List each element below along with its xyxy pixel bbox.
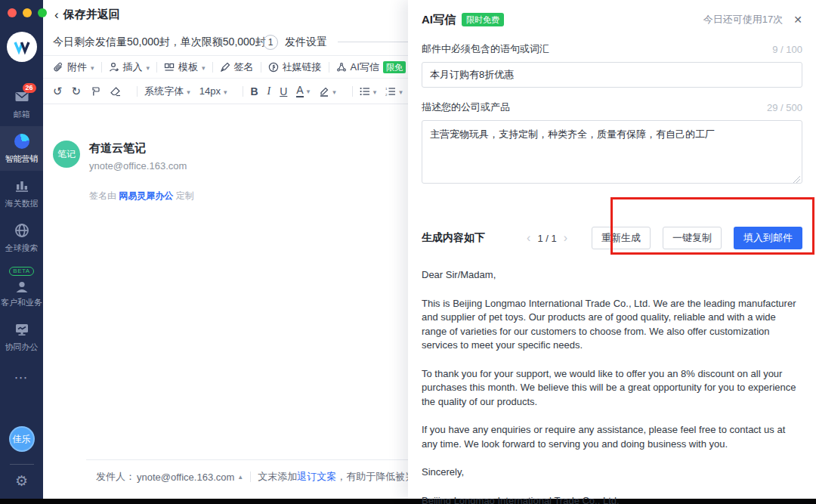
result-pager: ‹ 1 / 1 › bbox=[527, 232, 567, 244]
chevron-down-icon: ▾ bbox=[332, 88, 336, 96]
brand-logo-icon bbox=[13, 38, 31, 56]
underline-button[interactable]: U bbox=[280, 85, 287, 97]
regenerate-button[interactable]: 重新生成 bbox=[592, 227, 651, 249]
zoom-window-button[interactable] bbox=[38, 8, 47, 17]
toolbar-separator bbox=[329, 62, 329, 73]
font-color-icon: A bbox=[296, 85, 303, 97]
generated-paragraph: If you have any enquiries or require any… bbox=[422, 423, 802, 451]
required-phrases-input[interactable] bbox=[422, 62, 802, 88]
format-painter-icon bbox=[90, 86, 100, 97]
footer-separator bbox=[250, 472, 251, 482]
person-plus-icon bbox=[109, 62, 119, 73]
numbered-list-icon: 12 bbox=[385, 87, 396, 96]
save-and-return-button[interactable]: 保存并返回 bbox=[63, 8, 120, 22]
limited-free-badge: 限免 bbox=[383, 61, 406, 73]
signature-button[interactable]: 签名 bbox=[220, 60, 254, 74]
company-description-textarea[interactable]: 主营宠物玩具，支持定制，种类齐全，质量有保障，有自己的工厂 bbox=[422, 120, 802, 184]
sidebar-item-label: 海关数据 bbox=[5, 198, 39, 209]
toolbar-separator bbox=[156, 62, 157, 73]
sidebar-item-smart-marketing[interactable]: 智能营销 bbox=[0, 126, 43, 171]
sidebar-item-label: 客户和业务 bbox=[1, 297, 42, 308]
sender-avatar: 笔记 bbox=[53, 141, 80, 168]
ai-write-panel: AI写信 限时免费 今日还可使用17次 ✕ 邮件中必须包含的语句或词汇 9 / … bbox=[408, 0, 816, 499]
italic-button[interactable]: I bbox=[267, 85, 271, 97]
font-color-button[interactable]: A ▾ bbox=[296, 85, 310, 97]
unread-count-badge: 26 bbox=[23, 83, 36, 93]
close-window-button[interactable] bbox=[8, 8, 17, 17]
attachment-button[interactable]: 附件 ▾ bbox=[53, 60, 94, 74]
template-icon bbox=[164, 62, 175, 73]
chevron-down-icon: ▾ bbox=[373, 88, 377, 96]
sidebar-item-collaboration[interactable]: 协同办公 bbox=[0, 314, 43, 359]
sidebar-item-mailbox[interactable]: 26 邮箱 bbox=[0, 82, 43, 126]
step-1-label[interactable]: 发件设置 bbox=[285, 36, 327, 49]
redo-button[interactable]: ↻ bbox=[72, 85, 82, 97]
pie-chart-icon bbox=[14, 133, 30, 150]
bullet-list-icon bbox=[360, 87, 370, 96]
generated-paragraph: Beijing Longmao International Trade Co.,… bbox=[422, 494, 802, 504]
undo-icon: ↺ bbox=[53, 85, 63, 97]
step-1-indicator: 1 bbox=[263, 35, 278, 50]
template-button[interactable]: 模板 ▾ bbox=[164, 60, 206, 74]
close-icon[interactable]: ✕ bbox=[793, 14, 802, 26]
page-indicator: 1 / 1 bbox=[537, 233, 556, 244]
signature-brand-link[interactable]: 网易灵犀办公 bbox=[119, 190, 173, 201]
sidebar-more-button[interactable]: ⋯ bbox=[14, 369, 29, 386]
undo-button[interactable]: ↺ bbox=[53, 85, 63, 97]
from-email-select[interactable]: ynote@office.163.com bbox=[137, 472, 234, 483]
chevron-down-icon: ▾ bbox=[147, 64, 150, 72]
social-links-button[interactable]: 社媒链接 bbox=[268, 60, 322, 74]
sidebar-item-label: 协同办公 bbox=[5, 342, 39, 353]
font-size-value: 14px bbox=[199, 85, 221, 97]
beta-badge: BETA bbox=[9, 267, 33, 276]
back-chevron-icon[interactable]: ‹ bbox=[54, 8, 59, 21]
sidebar-item-global-search[interactable]: 全球搜索 bbox=[0, 215, 43, 260]
result-heading: 生成内容如下 bbox=[422, 231, 485, 245]
font-size-select[interactable]: 14px ▾ bbox=[199, 85, 227, 97]
numbered-list-button[interactable]: 12 ▾ bbox=[385, 87, 403, 96]
unsubscribe-copy-link[interactable]: 退订文案 bbox=[297, 470, 336, 484]
generated-paragraph: This is Beijing Longmao International Tr… bbox=[422, 297, 802, 353]
insert-button[interactable]: 插入 ▾ bbox=[109, 60, 150, 74]
svg-text:1: 1 bbox=[385, 87, 388, 91]
generated-email-content: Dear Sir/Madam, This is Beijing Longmao … bbox=[422, 268, 802, 504]
format-painter-button[interactable] bbox=[90, 86, 100, 97]
company-description-counter: 29 / 500 bbox=[767, 102, 802, 113]
bullet-list-button[interactable]: ▾ bbox=[360, 87, 377, 96]
toolbar-separator bbox=[101, 62, 102, 73]
highlight-color-button[interactable]: ▾ bbox=[319, 86, 336, 97]
toolbar-separator bbox=[212, 62, 213, 73]
clear-format-button[interactable] bbox=[110, 86, 121, 97]
insert-label: 插入 bbox=[123, 60, 143, 74]
sidebar-item-customers[interactable]: BETA 客户和业务 bbox=[0, 260, 43, 314]
font-family-select[interactable]: 系统字体 ▾ bbox=[144, 85, 190, 98]
person-icon bbox=[14, 281, 30, 293]
sidebar-item-customs-data[interactable]: 海关数据 bbox=[0, 171, 43, 215]
user-avatar[interactable]: 佳乐 bbox=[9, 426, 35, 452]
pen-icon bbox=[220, 62, 230, 73]
settings-gear-icon[interactable]: ⚙ bbox=[15, 474, 28, 488]
window-controls bbox=[8, 8, 47, 17]
chevron-down-icon: ▾ bbox=[202, 64, 206, 72]
required-phrases-label: 邮件中必须包含的语句或词汇 bbox=[422, 42, 549, 56]
bold-icon: B bbox=[250, 85, 258, 97]
sort-up-icon[interactable]: ▲ bbox=[237, 474, 243, 481]
next-page-icon[interactable]: › bbox=[564, 232, 567, 244]
bold-button[interactable]: B bbox=[250, 85, 258, 97]
chevron-down-icon: ▾ bbox=[187, 88, 190, 96]
chevron-down-icon: ▾ bbox=[307, 88, 311, 95]
prev-page-icon[interactable]: ‹ bbox=[527, 232, 530, 244]
fill-into-email-button[interactable]: 填入到邮件 bbox=[734, 227, 802, 249]
required-phrases-counter: 9 / 100 bbox=[772, 44, 802, 55]
ai-write-button[interactable]: AI写信 限免 bbox=[336, 60, 406, 74]
chevron-down-icon: ▾ bbox=[399, 88, 403, 96]
toolbar-separator bbox=[137, 86, 138, 97]
signature-credit-suffix: 定制 bbox=[176, 190, 194, 201]
copy-button[interactable]: 一键复制 bbox=[663, 227, 722, 249]
sidebar-item-label: 全球搜索 bbox=[5, 243, 39, 254]
minimize-window-button[interactable] bbox=[23, 8, 32, 17]
ai-write-label: AI写信 bbox=[351, 60, 379, 74]
app-window: 26 邮箱 智能营销 海关数据 全球搜索 BET bbox=[0, 0, 816, 499]
result-header: 生成内容如下 ‹ 1 / 1 › 重新生成 一键复制 填入到邮件 bbox=[422, 227, 802, 249]
company-description-label: 描述您的公司或产品 bbox=[422, 100, 510, 114]
